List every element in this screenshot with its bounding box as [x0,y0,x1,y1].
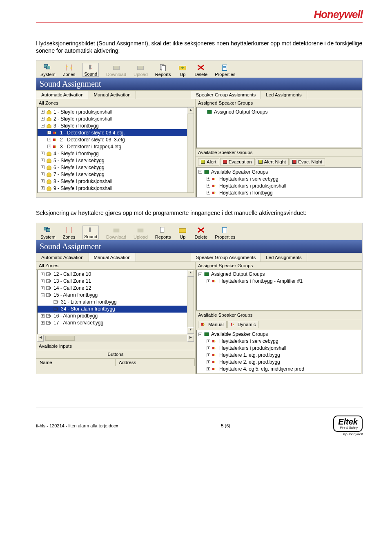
toolbar-reports[interactable]: Reports [155,64,171,77]
toolbar-up[interactable]: Up [178,226,187,239]
toolbar-sound[interactable]: Sound [82,226,99,239]
color-square-icon [223,160,227,164]
expand-icon[interactable]: + [41,279,45,283]
svg-rect-49 [212,361,214,363]
column-name[interactable]: Name [36,359,116,366]
zones-tree[interactable]: +12 - Call Zone 10+13 - Call Zone 11+14 … [37,270,194,334]
tree-row[interactable]: +16 - Alarm prodbygg [38,313,194,320]
tree-row[interactable]: +Høyttalere 2. etg. prod.bygg [197,359,361,366]
svg-rect-41 [205,273,209,276]
expand-icon[interactable]: + [41,159,45,162]
tree-row[interactable]: +1 - Sløyfe i produksjonshall [38,108,194,115]
tree-row[interactable]: +1 - Detektorer sløyfe 03,4.etg. [38,129,194,136]
tab-speaker-group-assignments[interactable]: Speaker Group Assignments [191,253,261,261]
expand-icon[interactable]: + [47,138,51,141]
tree-row[interactable]: +Høyttalere 4. og 5. etg. midtkjerne pro… [197,366,361,373]
tree-row[interactable]: −3 - Sløyfe i frontbygg [38,122,194,129]
toolbar-up[interactable]: Up [178,64,187,77]
tab-led-assignments[interactable]: Led Assignments [261,253,307,261]
expand-icon[interactable]: + [41,286,45,290]
tab-led-assignments[interactable]: Led Assignments [261,91,307,99]
tree-row[interactable]: −Available Speaker Groups [197,168,361,175]
tree-row[interactable]: +17 - Alarm servicebygg [38,320,194,326]
expand-icon[interactable]: + [47,145,51,148]
tree-row[interactable]: +3 - Detektorer i trapper,4.etg [38,143,194,150]
tree-row[interactable]: +12 - Call Zone 10 [38,271,194,278]
available-groups-list[interactable]: −Available Speaker Groups+Høyttalerkurs … [196,330,361,374]
tab-speaker-group-assignments[interactable]: Speaker Group Assignments [191,91,261,99]
tree-row[interactable]: +7 - Sløyfe i servicebygg [38,171,194,178]
tree-row[interactable]: 34 - Stor alarm frontbygg [38,306,194,313]
toolbar-reports[interactable]: Reports [155,226,171,239]
toolbar-properties[interactable]: Properties [215,226,235,239]
tree-row[interactable]: +9 - Sløyfe i produksjonshall [38,185,194,192]
toolbar-delete[interactable]: Delete [194,226,207,239]
tree-row[interactable]: +Høyttalerkurs i produksjonshall [197,182,361,189]
tree-row[interactable]: +Høyttalerkurs i servicebygg [197,175,361,182]
tree-row[interactable]: +Høyttalerkurs i frontbygg [197,189,361,196]
available-groups-list[interactable]: −Available Speaker Groups+Høyttalerkurs … [196,167,361,197]
tab-manual-activation[interactable]: Manual Activation [89,253,136,261]
tree-row[interactable]: +13 - Call Zone 11 [38,278,194,285]
sub-tab[interactable]: Manual [198,321,227,328]
tree-row[interactable]: +Høyttalerkurs i produksjonshall [197,345,361,352]
buttons-tab[interactable]: Buttons [36,350,195,358]
toolbar-sound[interactable]: Sound [82,63,99,77]
toolbar-properties[interactable]: Properties [215,64,235,77]
expand-icon[interactable]: − [41,293,45,297]
toolbar-delete[interactable]: Delete [194,64,207,77]
scrollbar-vertical[interactable]: ▲▼ [187,270,194,334]
expand-icon[interactable]: + [41,186,45,190]
sub-tab[interactable]: Evac. Night [290,158,325,165]
expand-icon[interactable]: + [47,131,51,134]
expand-icon[interactable]: + [41,110,45,114]
sub-tab[interactable]: Evacuation [220,158,255,165]
expand-icon[interactable]: + [41,152,45,155]
assigned-groups-list[interactable]: Assigned Output Groups [196,107,361,148]
expand-icon[interactable]: + [41,179,45,183]
expand-icon[interactable]: + [41,172,45,176]
tab-automatic-activation[interactable]: Automatic Activation [36,253,89,261]
tree-row[interactable]: +4 - Sløyfe i frontbygg [38,150,194,157]
tree-row[interactable]: +5 - Sløyfe i servicebygg [38,157,194,164]
expand-icon[interactable]: + [41,165,45,169]
tree-row[interactable]: +Høyttalere 1. etg. prod.bygg [197,352,361,359]
expand-icon[interactable]: + [41,117,45,121]
svg-rect-48 [212,354,214,356]
tree-row[interactable]: +8 - Sløyfe i produksjonshall [38,178,194,185]
scrollbar-horizontal[interactable]: ◀▶ [37,335,194,342]
tree-row[interactable]: +Høyttalerkurs i servicebygg [197,338,361,345]
tab-automatic-activation[interactable]: Automatic Activation [36,91,89,99]
tree-row[interactable]: −Available Speaker Groups [197,331,361,338]
toolbar-system[interactable]: System [40,226,56,239]
sub-tab[interactable]: Alert [198,158,219,165]
expand-icon[interactable]: − [41,124,45,127]
expand-icon[interactable]: + [41,314,45,318]
sub-tab[interactable]: Alert Night [256,158,289,165]
assigned-groups-list[interactable]: −Assigned Output Groups+Høyttalerkurs i … [196,270,361,311]
expand-icon[interactable]: + [41,273,45,276]
toolbar-system[interactable]: System [40,64,56,77]
assigned-speaker-groups-head: Assigned Speaker Groups [196,99,362,107]
tree-row[interactable]: −Assigned Output Groups [197,271,361,278]
tree-row[interactable]: −15 - Alarm frontbygg [38,292,194,299]
honeywell-logo: Honeywell [314,8,363,20]
sound-icon [86,226,95,233]
tree-row[interactable]: Assigned Output Groups [197,108,361,115]
column-address[interactable]: Address [116,359,195,366]
svg-rect-16 [53,139,55,141]
tree-row[interactable]: +2 - Detektorer sløyfe 03, 3.etg [38,136,194,143]
toolbar-zones[interactable]: Zones [63,226,76,239]
zones-tree[interactable]: +1 - Sløyfe i produksjonshall+2 - Sløyfe… [37,107,194,193]
scrollbar-vertical[interactable]: ▲ [187,107,194,192]
tree-row[interactable]: 31 - Liten alarm frontbygg [38,299,194,306]
toolbar-zones[interactable]: Zones [63,64,76,77]
tree-row[interactable]: +10 - Sløyfe i produksjonshall 1. etg [38,192,194,193]
sub-tab[interactable]: Dynamic [227,321,259,328]
tab-manual-activation[interactable]: Manual Activation [89,91,136,99]
tree-row[interactable]: +Høyttalerkurs i frontbygg - Amplifier #… [197,278,361,285]
tree-row[interactable]: +14 - Call Zone 12 [38,285,194,292]
expand-icon[interactable]: + [41,321,45,325]
tree-row[interactable]: +6 - Sløyfe i servicebygg [38,164,194,171]
tree-row[interactable]: +2 - Sløyfe i produksjonshall [38,115,194,122]
